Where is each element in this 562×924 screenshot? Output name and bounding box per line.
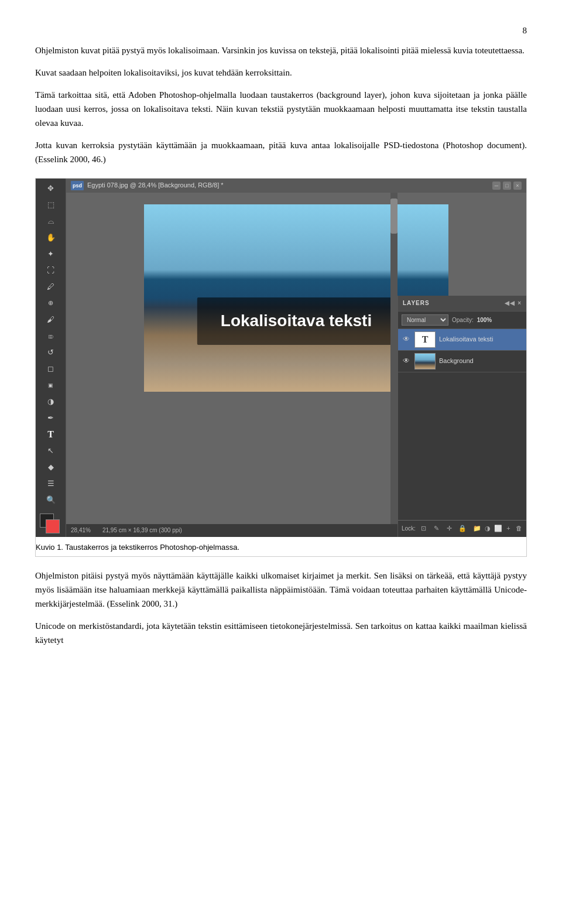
layer-thumb-text: T — [414, 331, 436, 348]
paragraph-3: Tämä tarkoittaa sitä, että Adoben Photos… — [35, 88, 527, 130]
hand-tool[interactable]: ✋ — [39, 230, 63, 245]
notes-tool[interactable]: ☰ — [39, 476, 63, 491]
dodge-tool[interactable]: ◑ — [39, 394, 63, 409]
layer-thumb-background — [414, 353, 436, 369]
titlebar-buttons: ─ □ × — [492, 182, 522, 190]
layer-eye-background[interactable]: 👁 — [402, 357, 411, 366]
vertical-scrollbar[interactable] — [390, 193, 397, 524]
maximize-button[interactable]: □ — [503, 182, 511, 190]
lock-image-icon[interactable]: ✎ — [431, 523, 443, 535]
figure-container: ✥ ⬚ ⌓ ✋ ✦ ⛶ 🖊 ⊕ 🖌 ⎄ ↺ ◻ ▣ ◑ ✒ T ↖ ◆ ☰ 🔍 — [35, 178, 527, 557]
photoshop-window: ✥ ⬚ ⌓ ✋ ✦ ⛶ 🖊 ⊕ 🖌 ⎄ ↺ ◻ ▣ ◑ ✒ T ↖ ◆ ☰ 🔍 — [36, 179, 526, 537]
ps-titlebar: psd Egypti 078.jpg @ 28,4% [Background, … — [66, 179, 526, 193]
lock-icons: ⊡ ✎ ✛ 🔒 — [418, 523, 468, 535]
lasso-tool[interactable]: ⌓ — [39, 214, 63, 229]
paragraph-after-1: Ohjelmiston pitäisi pystyä myös näyttämä… — [35, 569, 527, 611]
opacity-label: Opacity: — [452, 316, 474, 325]
background-color[interactable] — [46, 519, 60, 533]
lock-all-icon[interactable]: 🔒 — [457, 523, 468, 535]
add-mask-icon[interactable]: ⬜ — [494, 523, 502, 535]
marquee-tool[interactable]: ⬚ — [39, 197, 63, 213]
opacity-value: 100% — [477, 316, 492, 325]
lock-transparent-icon[interactable]: ⊡ — [418, 523, 430, 535]
layers-collapse-icon[interactable]: ◀◀ — [505, 299, 515, 308]
ps-titlebar-left: psd Egypti 078.jpg @ 28,4% [Background, … — [71, 180, 224, 191]
layer-row-text[interactable]: 👁 T Lokalisoitava teksti — [398, 329, 526, 351]
layer-row-background[interactable]: 👁 Background — [398, 351, 526, 372]
blend-mode-dropdown[interactable]: Normal — [402, 314, 448, 326]
minimize-button[interactable]: ─ — [492, 182, 501, 190]
lock-position-icon[interactable]: ✛ — [444, 523, 455, 535]
new-adjustment-icon[interactable]: ◑ — [484, 523, 492, 535]
layers-panel: LAYERS ◀◀ × Normal Opacity: 100% 👁 T Lok… — [397, 296, 526, 537]
text-tool[interactable]: T — [39, 427, 63, 442]
paragraph-1: Ohjelmiston kuvat pitää pystyä myös loka… — [35, 43, 527, 57]
move-tool[interactable]: ✥ — [39, 181, 63, 196]
document-title: Egypti 078.jpg @ 28,4% [Background, RGB/… — [87, 180, 224, 191]
zoom-level: 28,41% — [71, 526, 91, 535]
scrollbar-thumb[interactable] — [390, 199, 397, 234]
lock-label: Lock: — [402, 524, 416, 533]
figure-caption: Kuvio 1. Taustakerros ja tekstikerros Ph… — [36, 537, 239, 556]
pen-tool[interactable]: ✒ — [39, 410, 63, 426]
eyedropper-tool[interactable]: 🖊 — [39, 279, 63, 295]
delete-layer-icon[interactable]: 🗑 — [515, 523, 523, 535]
layer-eye-text[interactable]: 👁 — [402, 335, 411, 344]
brush-tool[interactable]: 🖌 — [39, 312, 63, 327]
layer-name-text: Lokalisoitava teksti — [439, 334, 523, 345]
layers-close-icon[interactable]: × — [518, 299, 522, 308]
new-group-icon[interactable]: 📁 — [473, 523, 481, 535]
paragraph-after-2: Unicode on merkistöstandardi, jota käyte… — [35, 619, 527, 647]
history-tool[interactable]: ↺ — [39, 345, 63, 360]
text-overlay: Lokalisoitava teksti — [197, 297, 395, 345]
document-size: 21,95 cm × 16,39 cm (300 ppi) — [102, 526, 182, 535]
layers-panel-header: LAYERS ◀◀ × — [398, 296, 526, 312]
close-button[interactable]: × — [513, 182, 522, 190]
layers-controls-row: Normal Opacity: 100% — [398, 312, 526, 329]
crop-tool[interactable]: ⛶ — [39, 263, 63, 278]
page-number: 8 — [35, 23, 527, 37]
eraser-tool[interactable]: ◻ — [39, 361, 63, 377]
layers-title: LAYERS — [403, 299, 430, 308]
zoom-tool[interactable]: 🔍 — [39, 492, 63, 508]
layer-name-background: Background — [439, 356, 523, 367]
new-layer-icon[interactable]: + — [505, 523, 513, 535]
layers-footer: Lock: ⊡ ✎ ✛ 🔒 📁 ◑ ⬜ + 🗑 — [398, 520, 526, 537]
psd-badge: psd — [71, 181, 84, 190]
magic-wand-tool[interactable]: ✦ — [39, 247, 63, 262]
paragraph-2: Kuvat saadaan helpoiten lokalisoitaviksi… — [35, 66, 527, 80]
shape-tool[interactable]: ◆ — [39, 460, 63, 475]
gradient-tool[interactable]: ▣ — [39, 378, 63, 393]
clone-tool[interactable]: ⎄ — [39, 328, 63, 344]
path-select-tool[interactable]: ↖ — [39, 443, 63, 458]
paragraph-4: Jotta kuvan kerroksia pystytään käyttämä… — [35, 138, 527, 166]
ps-toolbar: ✥ ⬚ ⌓ ✋ ✦ ⛶ 🖊 ⊕ 🖌 ⎄ ↺ ◻ ▣ ◑ ✒ T ↖ ◆ ☰ 🔍 — [36, 179, 66, 537]
spot-heal-tool[interactable]: ⊕ — [39, 296, 63, 311]
